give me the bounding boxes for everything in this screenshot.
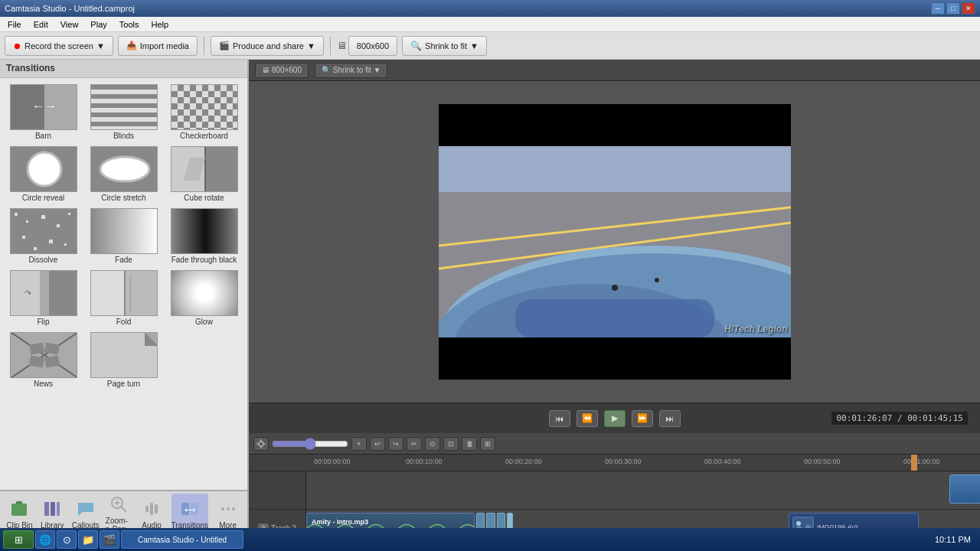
paste-btn[interactable]: ⊡ xyxy=(443,437,459,451)
step-forward-button[interactable]: ⏩ xyxy=(632,410,653,427)
menu-file[interactable]: File xyxy=(3,18,26,31)
maximize-button[interactable]: □ xyxy=(946,2,960,15)
transition-checkerboard[interactable]: Checkerboard xyxy=(165,83,243,142)
more-tools-btn[interactable]: ⊞ xyxy=(480,437,495,451)
produce-button[interactable]: 🎬 Produce and share ▼ xyxy=(211,36,324,56)
timeline-settings-btn[interactable] xyxy=(253,437,269,451)
svg-point-59 xyxy=(612,285,618,291)
transition-flip[interactable]: ↷ Flip xyxy=(5,269,82,328)
menu-edit[interactable]: Edit xyxy=(29,18,53,31)
resolution-selector[interactable]: 800x600 xyxy=(348,36,397,56)
import-label: Import media xyxy=(140,41,189,51)
main-video-clip-selected[interactable] xyxy=(949,474,980,504)
transition-circle-stretch[interactable]: Circle stretch xyxy=(85,145,162,204)
app-title: Camtasia Studio - Untitled.camproj xyxy=(5,4,135,13)
transition-blinds-label: Blinds xyxy=(113,132,134,140)
transition-circle-stretch-label: Circle stretch xyxy=(101,194,145,202)
main-toolbar: ⏺ Record the screen ▼ 📥 Import media 🎬 P… xyxy=(0,32,980,60)
delete-btn[interactable]: 🗑 xyxy=(462,437,477,451)
video-content: HiTech Legion xyxy=(439,146,791,337)
undo-btn[interactable]: ↩ xyxy=(370,437,385,451)
transition-glow[interactable]: Glow xyxy=(165,269,243,328)
preview-toolbar: 🖥 800×600 🔍 Shrink to fit ▼ xyxy=(249,60,980,81)
svg-rect-33 xyxy=(11,504,27,516)
zoom-in-btn[interactable]: + xyxy=(351,437,367,451)
taskbar-icon-folder[interactable]: 📁 xyxy=(78,530,98,549)
transition-fade-through-black[interactable]: Fade through black xyxy=(165,207,243,266)
svg-point-6 xyxy=(100,157,149,181)
preview-resolution-btn[interactable]: 🖥 800×600 xyxy=(255,63,309,78)
transition-fade-black-thumb xyxy=(171,208,238,254)
ruler-time-4: 00:00:40:00 xyxy=(704,458,741,465)
play-button[interactable]: ▶ xyxy=(604,410,626,427)
zoom-pan-icon xyxy=(108,494,129,515)
transition-blinds-thumb xyxy=(90,84,158,130)
title-bar: Camtasia Studio - Untitled.camproj ─ □ ✕ xyxy=(0,0,980,17)
left-panel: Transitions ←→ Barn Blinds xyxy=(0,60,249,536)
svg-text:Amity - Intro.mp3: Amity - Intro.mp3 xyxy=(312,518,368,526)
preview-fit-btn[interactable]: 🔍 Shrink to fit ▼ xyxy=(315,63,387,78)
taskbar-icon-chrome[interactable]: ⊙ xyxy=(57,530,77,549)
svg-rect-9 xyxy=(205,146,237,192)
transition-news[interactable]: News xyxy=(5,331,82,390)
ruler-time-1: 00:00:10:00 xyxy=(406,458,443,465)
import-button[interactable]: 📥 Import media xyxy=(118,36,198,56)
svg-point-70 xyxy=(796,521,801,526)
svg-point-48 xyxy=(221,507,224,510)
taskbar-icon-browser[interactable]: 🌐 xyxy=(35,530,55,549)
transition-cube-rotate[interactable]: Cube rotate xyxy=(165,145,243,204)
playback-center: ⏮ ⏪ ▶ ⏩ ⏭ xyxy=(549,410,681,427)
video-black-top xyxy=(439,104,791,146)
transition-fade[interactable]: Fade xyxy=(85,207,162,266)
transition-circle-reveal[interactable]: Circle reveal xyxy=(5,145,82,204)
transitions-header: Transitions xyxy=(0,60,247,78)
close-button[interactable]: ✕ xyxy=(962,2,975,15)
transition-dissolve[interactable]: Dissolve xyxy=(5,207,82,266)
zoom-slider[interactable] xyxy=(272,439,348,448)
transition-fade-label: Fade xyxy=(115,256,132,264)
current-time: 00:01:26;07 xyxy=(836,413,892,423)
watermark: HiTech Legion xyxy=(724,324,787,334)
clip-bin-icon xyxy=(8,498,30,520)
svg-rect-22 xyxy=(129,274,132,312)
svg-text:←→: ←→ xyxy=(32,99,57,112)
audio-icon xyxy=(141,498,162,520)
transition-fold-label: Fold xyxy=(116,318,131,326)
minimize-button[interactable]: ─ xyxy=(931,2,945,15)
go-end-button[interactable]: ⏭ xyxy=(659,410,681,427)
transition-barn[interactable]: ←→ Barn xyxy=(5,83,82,142)
record-button[interactable]: ⏺ Record the screen ▼ xyxy=(5,36,113,56)
svg-point-60 xyxy=(655,278,659,282)
transition-blinds[interactable]: Blinds xyxy=(85,83,162,142)
taskbar-app-window[interactable]: Camtasia Studio - Untitled xyxy=(121,530,243,549)
preview-resolution-label: 🖥 800×600 xyxy=(262,66,302,74)
menu-tools[interactable]: Tools xyxy=(115,18,144,31)
time-display: 00:01:26;07 / 00:01:45;15 xyxy=(831,412,968,425)
total-time: 00:01:45;15 xyxy=(907,413,963,423)
transition-page-turn[interactable]: Page turn xyxy=(85,331,162,390)
copy-btn[interactable]: ⊙ xyxy=(425,437,440,451)
library-icon xyxy=(41,498,63,520)
transition-fade-thumb xyxy=(90,208,158,254)
toolbar-separator-2 xyxy=(330,37,331,55)
go-start-button[interactable]: ⏮ xyxy=(549,410,570,427)
menu-play[interactable]: Play xyxy=(86,18,111,31)
svg-rect-16 xyxy=(40,270,49,316)
fit-button[interactable]: 🔍 Shrink to fit ▼ xyxy=(402,36,487,56)
svg-rect-42 xyxy=(145,506,149,512)
transition-fold[interactable]: Fold xyxy=(85,269,162,328)
start-button[interactable]: ⊞ xyxy=(3,530,34,549)
transition-news-label: News xyxy=(34,380,53,388)
menu-view[interactable]: View xyxy=(56,18,83,31)
taskbar-icon-app[interactable]: 🎬 xyxy=(100,530,119,549)
time-separator: / xyxy=(897,413,907,423)
svg-rect-37 xyxy=(57,502,60,516)
transitions-grid: ←→ Barn Blinds Checkerboard xyxy=(0,78,247,490)
transition-glow-label: Glow xyxy=(195,318,213,326)
redo-btn[interactable]: ↪ xyxy=(388,437,403,451)
step-back-button[interactable]: ⏪ xyxy=(577,410,598,427)
svg-rect-13 xyxy=(172,208,237,254)
menu-help[interactable]: Help xyxy=(146,18,173,31)
cut-btn[interactable]: ✂ xyxy=(407,437,422,451)
transition-checkerboard-thumb xyxy=(171,84,238,130)
